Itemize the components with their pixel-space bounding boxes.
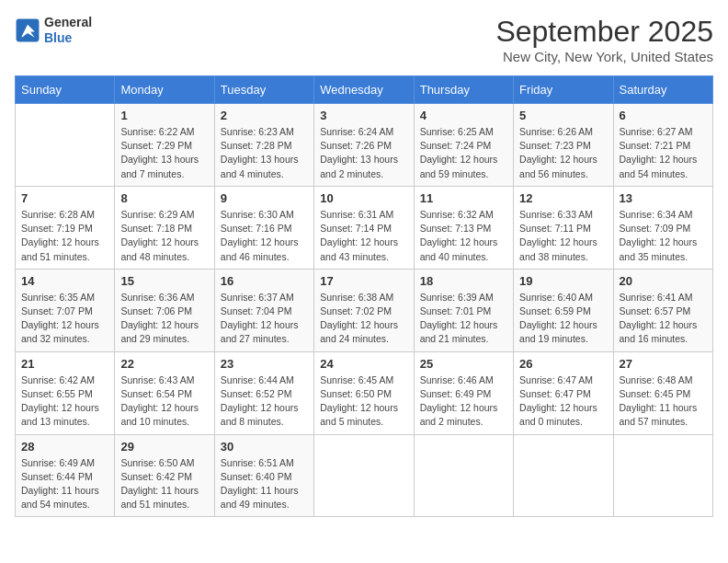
weekday-header: Saturday <box>613 76 712 104</box>
day-number: 5 <box>519 109 607 122</box>
calendar-week-row: 7Sunrise: 6:28 AMSunset: 7:19 PMDaylight… <box>16 186 713 269</box>
day-info: Sunrise: 6:35 AMSunset: 7:07 PMDaylight:… <box>21 291 108 347</box>
calendar-cell: 28Sunrise: 6:49 AMSunset: 6:44 PMDayligh… <box>16 434 115 517</box>
day-info: Sunrise: 6:34 AMSunset: 7:09 PMDaylight:… <box>620 208 707 264</box>
day-info: Sunrise: 6:41 AMSunset: 6:57 PMDaylight:… <box>620 291 707 347</box>
day-number: 17 <box>320 274 407 288</box>
day-number: 1 <box>120 109 208 122</box>
calendar-week-row: 28Sunrise: 6:49 AMSunset: 6:44 PMDayligh… <box>16 434 713 517</box>
weekday-header: Monday <box>115 76 214 104</box>
weekday-header-row: SundayMondayTuesdayWednesdayThursdayFrid… <box>16 76 713 104</box>
calendar-cell: 15Sunrise: 6:36 AMSunset: 7:06 PMDayligh… <box>115 269 214 351</box>
day-number: 28 <box>21 440 108 454</box>
calendar-cell: 2Sunrise: 6:23 AMSunset: 7:28 PMDaylight… <box>214 104 313 187</box>
month-title: September 2025 <box>495 15 713 49</box>
day-number: 9 <box>221 191 308 205</box>
day-number: 7 <box>21 191 108 205</box>
calendar-cell: 30Sunrise: 6:51 AMSunset: 6:40 PMDayligh… <box>214 434 313 517</box>
calendar-week-row: 1Sunrise: 6:22 AMSunset: 7:29 PMDaylight… <box>16 104 713 187</box>
day-info: Sunrise: 6:31 AMSunset: 7:14 PMDaylight:… <box>320 208 407 264</box>
day-info: Sunrise: 6:29 AMSunset: 7:18 PMDaylight:… <box>120 208 208 264</box>
day-number: 24 <box>320 357 407 371</box>
day-info: Sunrise: 6:22 AMSunset: 7:29 PMDaylight:… <box>120 125 208 181</box>
day-info: Sunrise: 6:26 AMSunset: 7:23 PMDaylight:… <box>519 125 607 181</box>
day-number: 13 <box>620 191 707 205</box>
calendar-cell: 4Sunrise: 6:25 AMSunset: 7:24 PMDaylight… <box>414 104 513 187</box>
calendar-cell: 13Sunrise: 6:34 AMSunset: 7:09 PMDayligh… <box>613 186 712 269</box>
location-subtitle: New City, New York, United States <box>495 49 713 64</box>
logo: General Blue <box>15 15 92 46</box>
day-number: 8 <box>120 191 208 205</box>
day-info: Sunrise: 6:36 AMSunset: 7:06 PMDaylight:… <box>120 291 208 347</box>
calendar-cell: 23Sunrise: 6:44 AMSunset: 6:52 PMDayligh… <box>214 351 313 434</box>
calendar-cell <box>314 434 414 517</box>
day-number: 11 <box>420 191 507 205</box>
calendar-cell: 26Sunrise: 6:47 AMSunset: 6:47 PMDayligh… <box>514 351 613 434</box>
day-number: 27 <box>620 357 707 371</box>
day-number: 14 <box>21 274 108 288</box>
day-info: Sunrise: 6:23 AMSunset: 7:28 PMDaylight:… <box>221 125 308 181</box>
calendar-table: SundayMondayTuesdayWednesdayThursdayFrid… <box>15 75 713 517</box>
day-info: Sunrise: 6:39 AMSunset: 7:01 PMDaylight:… <box>420 291 507 347</box>
day-info: Sunrise: 6:51 AMSunset: 6:40 PMDaylight:… <box>221 456 308 512</box>
day-info: Sunrise: 6:38 AMSunset: 7:02 PMDaylight:… <box>320 291 407 347</box>
day-number: 20 <box>620 274 707 288</box>
day-info: Sunrise: 6:40 AMSunset: 6:59 PMDaylight:… <box>519 291 607 347</box>
day-number: 25 <box>420 357 507 371</box>
day-info: Sunrise: 6:25 AMSunset: 7:24 PMDaylight:… <box>420 125 507 181</box>
day-info: Sunrise: 6:43 AMSunset: 6:54 PMDaylight:… <box>120 373 208 430</box>
day-info: Sunrise: 6:44 AMSunset: 6:52 PMDaylight:… <box>221 373 308 430</box>
day-info: Sunrise: 6:24 AMSunset: 7:26 PMDaylight:… <box>320 125 407 181</box>
weekday-header: Thursday <box>414 76 513 104</box>
calendar-cell: 27Sunrise: 6:48 AMSunset: 6:45 PMDayligh… <box>613 351 712 434</box>
calendar-cell <box>613 434 712 517</box>
day-info: Sunrise: 6:27 AMSunset: 7:21 PMDaylight:… <box>620 125 707 181</box>
calendar-cell: 5Sunrise: 6:26 AMSunset: 7:23 PMDaylight… <box>514 104 613 187</box>
day-info: Sunrise: 6:47 AMSunset: 6:47 PMDaylight:… <box>519 373 607 430</box>
weekday-header: Sunday <box>16 76 115 104</box>
logo-line1: General <box>44 15 92 30</box>
day-info: Sunrise: 6:50 AMSunset: 6:42 PMDaylight:… <box>120 456 208 512</box>
logo-icon <box>15 17 40 43</box>
day-number: 16 <box>221 274 308 288</box>
calendar-cell: 24Sunrise: 6:45 AMSunset: 6:50 PMDayligh… <box>314 351 414 434</box>
calendar-cell: 9Sunrise: 6:30 AMSunset: 7:16 PMDaylight… <box>214 186 313 269</box>
calendar-cell: 11Sunrise: 6:32 AMSunset: 7:13 PMDayligh… <box>414 186 513 269</box>
calendar-cell: 14Sunrise: 6:35 AMSunset: 7:07 PMDayligh… <box>16 269 115 351</box>
day-info: Sunrise: 6:32 AMSunset: 7:13 PMDaylight:… <box>420 208 507 264</box>
calendar-cell <box>16 104 115 187</box>
day-number: 26 <box>519 357 607 371</box>
day-info: Sunrise: 6:49 AMSunset: 6:44 PMDaylight:… <box>21 456 108 512</box>
calendar-cell: 19Sunrise: 6:40 AMSunset: 6:59 PMDayligh… <box>514 269 613 351</box>
day-number: 6 <box>620 109 707 122</box>
day-number: 19 <box>519 274 607 288</box>
calendar-week-row: 21Sunrise: 6:42 AMSunset: 6:55 PMDayligh… <box>16 351 713 434</box>
day-info: Sunrise: 6:45 AMSunset: 6:50 PMDaylight:… <box>320 373 407 430</box>
calendar-cell: 3Sunrise: 6:24 AMSunset: 7:26 PMDaylight… <box>314 104 414 187</box>
calendar-cell: 8Sunrise: 6:29 AMSunset: 7:18 PMDaylight… <box>115 186 214 269</box>
day-number: 30 <box>221 440 308 454</box>
calendar-cell: 7Sunrise: 6:28 AMSunset: 7:19 PMDaylight… <box>16 186 115 269</box>
day-number: 29 <box>120 440 208 454</box>
day-info: Sunrise: 6:48 AMSunset: 6:45 PMDaylight:… <box>620 373 707 430</box>
day-info: Sunrise: 6:28 AMSunset: 7:19 PMDaylight:… <box>21 208 108 264</box>
calendar-cell: 17Sunrise: 6:38 AMSunset: 7:02 PMDayligh… <box>314 269 414 351</box>
calendar-cell: 16Sunrise: 6:37 AMSunset: 7:04 PMDayligh… <box>214 269 313 351</box>
calendar-week-row: 14Sunrise: 6:35 AMSunset: 7:07 PMDayligh… <box>16 269 713 351</box>
calendar-cell: 6Sunrise: 6:27 AMSunset: 7:21 PMDaylight… <box>613 104 712 187</box>
logo-text: General Blue <box>44 15 92 46</box>
day-number: 10 <box>320 191 407 205</box>
day-info: Sunrise: 6:37 AMSunset: 7:04 PMDaylight:… <box>221 291 308 347</box>
day-number: 4 <box>420 109 507 122</box>
calendar-cell: 29Sunrise: 6:50 AMSunset: 6:42 PMDayligh… <box>115 434 214 517</box>
day-info: Sunrise: 6:46 AMSunset: 6:49 PMDaylight:… <box>420 373 507 430</box>
day-number: 18 <box>420 274 507 288</box>
day-number: 22 <box>120 357 208 371</box>
day-number: 21 <box>21 357 108 371</box>
weekday-header: Tuesday <box>214 76 313 104</box>
day-number: 15 <box>120 274 208 288</box>
calendar-cell: 22Sunrise: 6:43 AMSunset: 6:54 PMDayligh… <box>115 351 214 434</box>
calendar-cell: 10Sunrise: 6:31 AMSunset: 7:14 PMDayligh… <box>314 186 414 269</box>
calendar-cell: 25Sunrise: 6:46 AMSunset: 6:49 PMDayligh… <box>414 351 513 434</box>
day-info: Sunrise: 6:42 AMSunset: 6:55 PMDaylight:… <box>21 373 108 430</box>
